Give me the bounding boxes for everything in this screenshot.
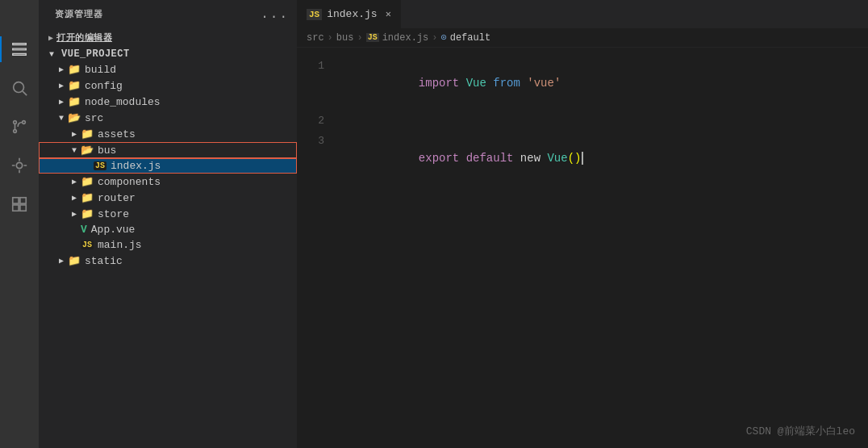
project-root[interactable]: ▼ VUE_PROJECT: [39, 47, 297, 61]
tree-item-components[interactable]: ▶ 📁 components: [39, 174, 297, 190]
editor-area: src › bus › JS index.js › ⊙ default 1 im…: [297, 28, 868, 448]
activity-explorer-icon[interactable]: [6, 36, 32, 62]
svg-point-2: [14, 121, 17, 124]
file-tree: ▶ 📁 build ▶ 📁 config ▶ 📁 node_modules: [39, 61, 297, 448]
breadcrumb-default: default: [450, 32, 490, 44]
open-editors-section[interactable]: ▶ 打开的编辑器: [39, 28, 297, 47]
tree-item-assets[interactable]: ▶ 📁 assets: [39, 126, 297, 142]
tree-item-app-vue[interactable]: V App.vue: [39, 222, 297, 237]
activity-extensions-icon[interactable]: [6, 191, 32, 217]
svg-point-0: [14, 82, 24, 93]
node-modules-label: node_modules: [85, 96, 297, 108]
tree-item-index-js[interactable]: JS index.js: [39, 158, 297, 174]
breadcrumb-bus: bus: [336, 32, 354, 44]
bus-chevron: ▼: [68, 146, 81, 155]
code-line-3: 3 export default new Vue(): [297, 131, 868, 186]
assets-folder-icon: 📁: [81, 128, 94, 140]
activity-debug-icon[interactable]: [6, 153, 32, 178]
index-js-file-icon: JS: [94, 161, 106, 170]
breadcrumb-default-icon: ⊙: [440, 31, 446, 44]
assets-label: assets: [98, 128, 297, 140]
svg-point-6: [16, 162, 22, 168]
svg-rect-10: [20, 205, 26, 211]
tree-item-bus[interactable]: ▼ 📂 bus: [39, 142, 297, 158]
tree-item-node-modules[interactable]: ▶ 📁 node_modules: [39, 94, 297, 110]
svg-point-3: [23, 121, 26, 124]
src-label: src: [85, 112, 297, 124]
code-line-1: 1 import Vue from 'vue': [297, 56, 868, 111]
svg-line-1: [23, 91, 27, 95]
build-chevron: ▶: [55, 65, 68, 74]
index-js-label: index.js: [111, 160, 297, 172]
components-folder-icon: 📁: [81, 175, 94, 188]
sidebar-dots[interactable]: ...: [261, 7, 289, 22]
code-content-1: import Vue from 'vue': [337, 57, 868, 110]
app-vue-file-icon: V: [81, 224, 87, 236]
tree-item-static[interactable]: ▶ 📁 static: [39, 253, 297, 269]
code-area[interactable]: 1 import Vue from 'vue' 2 3 export defau…: [297, 48, 868, 448]
activity-search-icon[interactable]: [6, 75, 32, 101]
code-content-3: export default new Vue(): [337, 132, 868, 185]
breadcrumb-sep1: ›: [328, 32, 333, 44]
tab-index-js[interactable]: JS index.js ✕: [297, 0, 402, 28]
code-content-2: [337, 111, 868, 129]
static-chevron: ▶: [55, 256, 68, 266]
svg-rect-7: [13, 198, 19, 203]
tree-item-store[interactable]: ▶ 📁 store: [39, 206, 297, 222]
main-js-label: main.js: [98, 239, 297, 251]
node-modules-folder-icon: 📁: [68, 95, 81, 108]
svg-rect-8: [20, 198, 26, 203]
assets-chevron: ▶: [68, 129, 81, 139]
activity-git-icon[interactable]: [6, 114, 32, 140]
breadcrumb-sep2: ›: [357, 32, 362, 44]
bus-label: bus: [98, 144, 297, 157]
components-label: components: [98, 176, 297, 188]
project-name: VUE_PROJECT: [61, 48, 297, 60]
config-folder-icon: 📁: [68, 79, 81, 92]
src-folder-icon: 📂: [68, 111, 81, 124]
bus-folder-icon: 📂: [81, 144, 94, 157]
open-editors-chevron: ▶: [48, 33, 53, 43]
line-num-3: 3: [297, 132, 337, 150]
tab-close-icon[interactable]: ✕: [386, 8, 391, 20]
store-label: store: [98, 208, 297, 220]
sidebar: ▶ 打开的编辑器 ▼ VUE_PROJECT ▶ 📁 build ▶: [39, 28, 297, 448]
project-chevron: ▼: [45, 50, 58, 59]
tree-item-config[interactable]: ▶ 📁 config: [39, 77, 297, 94]
sidebar-title: 资源管理器: [55, 8, 103, 20]
activity-bar: [0, 28, 39, 448]
breadcrumb: src › bus › JS index.js › ⊙ default: [297, 28, 868, 48]
config-chevron: ▶: [55, 81, 68, 90]
src-chevron: ▼: [55, 114, 68, 123]
js-tab-icon: JS: [307, 9, 322, 20]
app-vue-label: App.vue: [91, 224, 297, 236]
tree-item-src[interactable]: ▼ 📂 src: [39, 110, 297, 126]
static-folder-icon: 📁: [68, 254, 81, 267]
breadcrumb-js-icon: JS: [366, 33, 379, 42]
svg-rect-9: [13, 205, 19, 211]
static-label: static: [85, 255, 297, 267]
config-label: config: [85, 80, 297, 92]
components-chevron: ▶: [68, 177, 81, 186]
tree-item-router[interactable]: ▶ 📁 router: [39, 190, 297, 206]
line-num-1: 1: [297, 57, 337, 75]
tab-label: index.js: [327, 8, 377, 20]
router-chevron: ▶: [68, 193, 81, 203]
breadcrumb-src: src: [307, 32, 324, 44]
text-cursor: [582, 152, 583, 165]
breadcrumb-sep3: ›: [432, 32, 437, 44]
open-editors-label: 打开的编辑器: [56, 31, 112, 44]
store-folder-icon: 📁: [81, 207, 94, 220]
svg-point-4: [14, 130, 17, 133]
node-modules-chevron: ▶: [55, 97, 68, 107]
main-js-file-icon: JS: [81, 241, 94, 249]
router-folder-icon: 📁: [81, 191, 94, 204]
build-label: build: [85, 64, 297, 76]
watermark: CSDN @前端菜小白leo: [746, 424, 855, 438]
store-chevron: ▶: [68, 209, 81, 219]
build-folder-icon: 📁: [68, 63, 81, 76]
tree-item-main-js[interactable]: JS main.js: [39, 237, 297, 253]
sidebar-header: 资源管理器 ...: [39, 0, 297, 28]
tree-item-build[interactable]: ▶ 📁 build: [39, 61, 297, 77]
line-num-2: 2: [297, 112, 337, 130]
